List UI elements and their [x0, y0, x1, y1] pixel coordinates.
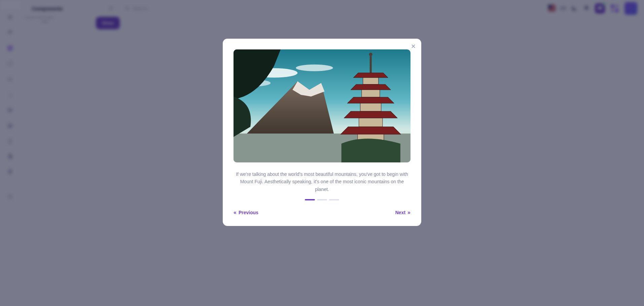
svg-point-25 — [296, 65, 333, 71]
modal-nav: «Previous Next» — [234, 210, 410, 215]
indicator-dot[interactable] — [317, 199, 327, 200]
svg-rect-32 — [362, 90, 380, 97]
chevron-right-icon: » — [407, 210, 410, 215]
previous-button[interactable]: «Previous — [234, 210, 258, 215]
indicator-dot[interactable] — [305, 199, 315, 200]
close-icon[interactable]: ✕ — [411, 43, 416, 49]
modal-dialog: ✕ — [223, 39, 421, 226]
svg-rect-33 — [360, 103, 381, 111]
svg-rect-34 — [359, 118, 383, 127]
svg-point-30 — [369, 53, 372, 56]
next-button[interactable]: Next» — [395, 210, 410, 215]
modal-description: If we're talking about the world's most … — [235, 170, 409, 193]
next-label: Next — [395, 210, 405, 215]
chevron-left-icon: « — [234, 210, 237, 215]
indicator-dot[interactable] — [329, 199, 339, 200]
modal-image — [234, 49, 410, 162]
svg-rect-29 — [370, 56, 372, 73]
svg-rect-31 — [363, 78, 379, 84]
previous-label: Previous — [239, 210, 258, 215]
slide-indicators — [234, 199, 410, 200]
